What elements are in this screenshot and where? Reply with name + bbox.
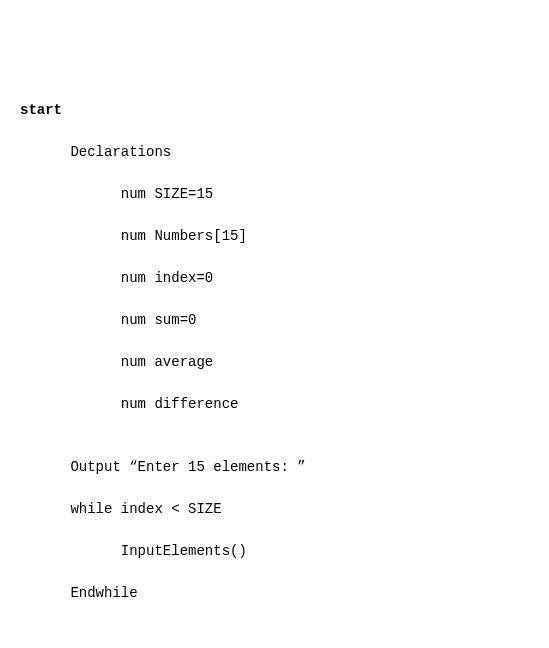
code-line: num average — [20, 352, 529, 373]
code-line: Declarations — [20, 142, 529, 163]
keyword-start: start — [20, 100, 529, 121]
code-line: Output “Enter 15 elements: ” — [20, 457, 529, 478]
code-line: num sum=0 — [20, 310, 529, 331]
code-line: num difference — [20, 394, 529, 415]
code-line: num Numbers[15] — [20, 226, 529, 247]
code-line: while index < SIZE — [20, 499, 529, 520]
code-line: num SIZE=15 — [20, 184, 529, 205]
code-line: InputElements() — [20, 541, 529, 562]
code-line: Endwhile — [20, 583, 529, 604]
code-line: num index=0 — [20, 268, 529, 289]
